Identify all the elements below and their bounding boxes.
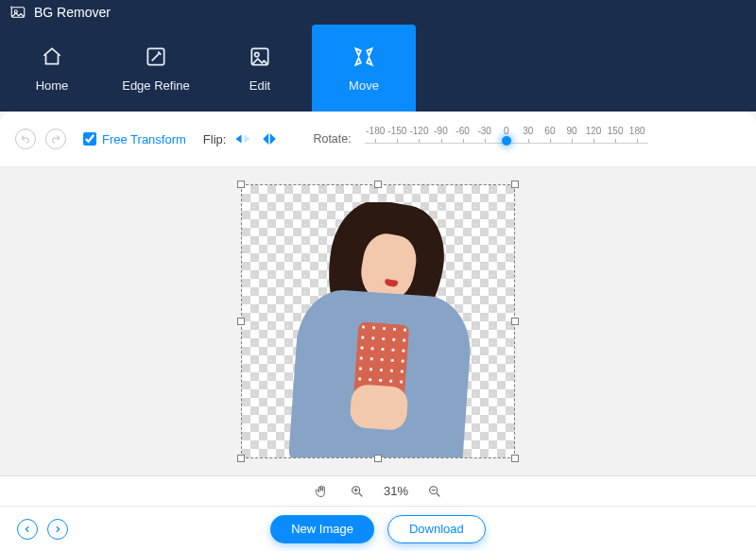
rotate-tick: -60 <box>452 126 473 136</box>
subject-image[interactable] <box>279 202 477 457</box>
pager <box>17 519 68 540</box>
flip-horizontal-icon <box>234 131 251 146</box>
svg-marker-7 <box>236 135 242 144</box>
svg-marker-8 <box>245 135 250 144</box>
new-image-button[interactable]: New Image <box>270 515 374 543</box>
brand: BG Remover <box>0 0 756 25</box>
prev-image-button[interactable] <box>17 519 38 540</box>
zoom-out-icon <box>427 484 442 499</box>
tab-edit[interactable]: Edit <box>208 25 312 112</box>
rotate-tick: 120 <box>583 126 605 136</box>
toolbar: Free Transform Flip: Rotate: -180-150-12… <box>0 112 756 166</box>
flip-horizontal-button[interactable] <box>233 130 252 147</box>
undo-icon <box>20 133 31 145</box>
rotate-tick: 180 <box>627 126 648 136</box>
rotate-tick: -180 <box>365 126 387 136</box>
next-image-button[interactable] <box>47 519 68 540</box>
svg-line-16 <box>437 493 439 496</box>
tab-move[interactable]: Move <box>312 25 416 112</box>
chevron-right-icon <box>53 525 62 534</box>
svg-line-12 <box>359 493 362 496</box>
redo-button[interactable] <box>45 129 66 149</box>
resize-handle-tr[interactable] <box>511 181 519 188</box>
zoom-strip: 31% <box>0 476 756 507</box>
tab-label: Move <box>349 78 379 93</box>
resize-handle-ml[interactable] <box>237 318 245 325</box>
resize-handle-tm[interactable] <box>374 181 382 188</box>
tab-label: Home <box>36 78 69 93</box>
rotate-tick: 60 <box>539 126 560 136</box>
free-transform-input[interactable] <box>83 132 96 146</box>
home-icon <box>40 44 64 69</box>
move-icon <box>352 44 376 69</box>
rotate-label: Rotate: <box>313 132 351 146</box>
svg-point-6 <box>255 52 259 56</box>
selection-box[interactable] <box>241 184 515 458</box>
resize-handle-bl[interactable] <box>237 455 245 462</box>
download-button[interactable]: Download <box>387 515 486 543</box>
rotate-tick: -90 <box>430 126 452 136</box>
tabs: Home Edge Refine Edit Move <box>0 25 756 112</box>
tab-label: Edge Refine <box>122 78 190 93</box>
pan-tool-button[interactable] <box>312 482 331 501</box>
rotate-tick: 150 <box>605 126 627 136</box>
rotate-tick: 30 <box>517 126 539 136</box>
zoom-in-button[interactable] <box>348 482 367 501</box>
svg-marker-9 <box>264 133 269 145</box>
hand-icon <box>314 484 329 499</box>
zoom-out-button[interactable] <box>425 482 444 501</box>
rotate-tick: 0 <box>495 126 517 136</box>
tab-edge-refine[interactable]: Edge Refine <box>104 25 208 112</box>
new-image-label: New Image <box>291 522 353 536</box>
brand-title: BG Remover <box>34 5 111 20</box>
tab-home[interactable]: Home <box>0 25 104 112</box>
rotate-slider[interactable]: -180-150-120-90-60-300306090120150180 <box>365 126 648 152</box>
resize-handle-tl[interactable] <box>237 181 245 188</box>
rotate-tick: 90 <box>560 126 582 136</box>
chevron-left-icon <box>23 525 32 534</box>
free-transform-label: Free Transform <box>102 132 186 146</box>
flip-label: Flip: <box>203 132 227 146</box>
footer: New Image Download <box>0 507 756 551</box>
redo-icon <box>50 133 61 145</box>
download-label: Download <box>409 522 464 536</box>
resize-handle-br[interactable] <box>511 455 519 462</box>
undo-button[interactable] <box>15 129 36 149</box>
edge-refine-icon <box>144 44 168 69</box>
rotate-slider-knob[interactable] <box>502 136 511 146</box>
flip-vertical-button[interactable] <box>260 130 279 147</box>
zoom-value: 31% <box>384 484 408 498</box>
free-transform-checkbox[interactable]: Free Transform <box>83 132 186 146</box>
resize-handle-bm[interactable] <box>374 455 382 462</box>
canvas-area[interactable] <box>0 166 756 476</box>
svg-marker-10 <box>270 133 276 145</box>
app-header: BG Remover Home Edge Refine Edit Move <box>0 0 756 112</box>
resize-handle-mr[interactable] <box>511 318 519 325</box>
logo-icon <box>9 4 26 21</box>
rotate-tick: -150 <box>387 126 408 136</box>
flip-vertical-icon <box>261 131 278 146</box>
rotate-tick: -120 <box>408 126 430 136</box>
tab-label: Edit <box>249 78 270 93</box>
zoom-in-icon <box>350 484 365 499</box>
edit-icon <box>248 44 272 69</box>
rotate-tick: -30 <box>473 126 495 136</box>
